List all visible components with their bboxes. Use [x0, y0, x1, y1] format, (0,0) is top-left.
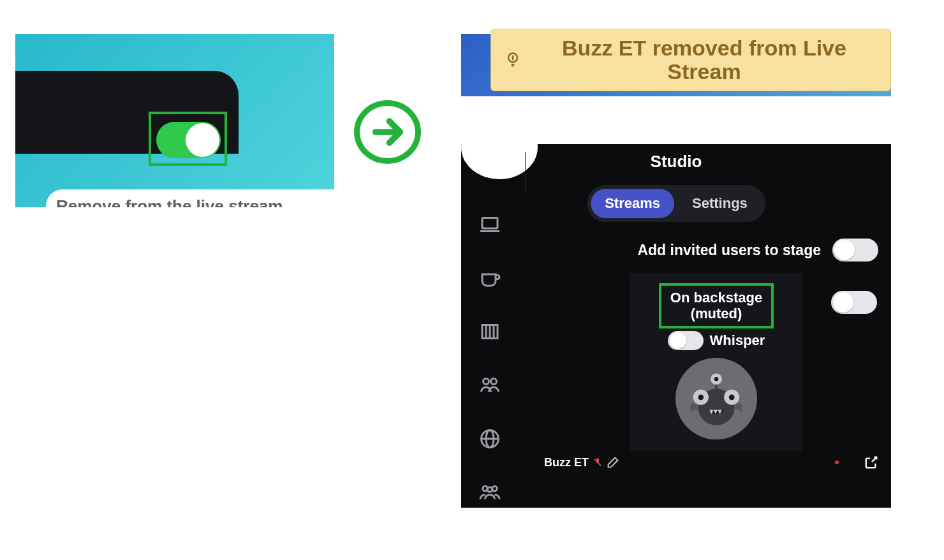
- record-indicator-icon: [835, 461, 839, 464]
- user-name-row: Buzz ET: [544, 456, 619, 469]
- backstage-line-1: On backstage: [670, 290, 762, 306]
- add-invited-label: Add invited users to stage: [637, 242, 821, 259]
- popout-icon[interactable]: [864, 455, 878, 469]
- sidebar: [461, 144, 519, 508]
- svg-point-22: [698, 394, 704, 400]
- svg-point-23: [729, 394, 735, 400]
- svg-point-12: [491, 379, 497, 385]
- left-panel: Remove from the live stream: [15, 34, 334, 207]
- lightbulb-icon: [504, 51, 522, 69]
- columns-icon[interactable]: [478, 320, 501, 343]
- whisper-row: Whisper: [668, 331, 765, 350]
- toggle-knob: [833, 292, 853, 313]
- avatar: [675, 358, 757, 439]
- arrow-next-icon: [354, 100, 421, 164]
- svg-point-18: [487, 487, 492, 492]
- user-name: Buzz ET: [544, 456, 589, 469]
- add-invited-row: Add invited users to stage: [557, 239, 878, 262]
- coffee-icon[interactable]: [478, 267, 501, 290]
- user-card: On backstage (muted) Whisper: [630, 273, 802, 451]
- toggle-highlight-box: [149, 112, 227, 166]
- tab-streams[interactable]: Streams: [591, 189, 674, 218]
- edit-icon[interactable]: [607, 456, 619, 469]
- whisper-label: Whisper: [710, 332, 765, 349]
- backstage-status-box: On backstage (muted): [659, 283, 774, 328]
- stream-user-toggle[interactable]: [831, 291, 877, 314]
- group-icon[interactable]: [478, 481, 501, 504]
- studio-title: Studio: [461, 152, 891, 172]
- remove-tooltip-text: Remove from the live stream: [56, 196, 283, 208]
- bottom-right-controls: [835, 455, 878, 469]
- toast-text: Buzz ET removed from Live Stream: [531, 36, 878, 84]
- toast-background: Buzz ET removed from Live Stream: [461, 34, 891, 96]
- users-icon[interactable]: [478, 374, 501, 397]
- svg-point-25: [714, 376, 719, 381]
- globe-icon[interactable]: [478, 427, 501, 450]
- laptop-icon[interactable]: [478, 213, 501, 236]
- remove-tooltip: Remove from the live stream: [46, 189, 334, 207]
- removed-toast: Buzz ET removed from Live Stream: [490, 29, 891, 91]
- svg-point-11: [483, 379, 489, 385]
- tabs: Streams Settings: [587, 185, 765, 222]
- toggle-knob: [670, 332, 686, 349]
- mic-muted-icon: [593, 457, 603, 468]
- add-invited-toggle[interactable]: [832, 239, 878, 262]
- studio-panel: Studio Streams Settings Add invited user…: [461, 144, 891, 508]
- toggle-knob: [834, 240, 855, 260]
- tab-settings[interactable]: Settings: [678, 189, 762, 218]
- backstage-line-2: (muted): [691, 306, 742, 321]
- bottom-row: Buzz ET: [544, 455, 878, 469]
- whisper-toggle[interactable]: [668, 331, 704, 350]
- svg-rect-5: [482, 218, 498, 229]
